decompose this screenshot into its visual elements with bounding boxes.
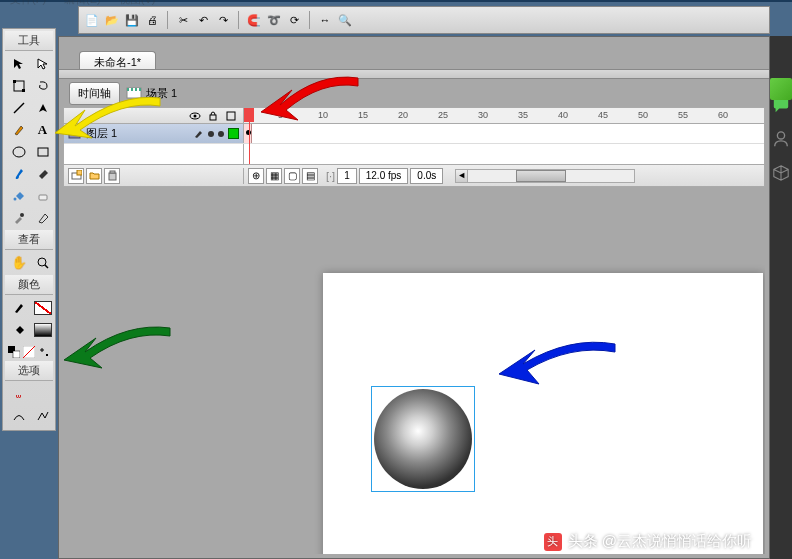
canvas-viewport[interactable] [63,193,765,554]
subselect-tool-icon[interactable] [31,53,54,74]
lock-header-icon[interactable] [207,110,219,122]
eyedropper-icon[interactable] [7,207,30,228]
scene-label: 场景 1 [146,86,177,101]
watermark: 头 头条 @云杰说悄悄话给你听 [544,532,752,551]
fps-display: 12.0 fps [359,168,409,184]
svg-rect-19 [137,88,139,91]
options-title: 选项 [5,361,53,381]
rectangle-tool-icon[interactable] [31,141,54,162]
swap-colors-icon[interactable] [37,344,51,359]
stage[interactable] [323,273,763,554]
cut-icon[interactable]: ✂ [174,11,192,29]
svg-rect-27 [77,170,82,175]
fill-color-icon[interactable] [7,319,30,340]
option-2-icon[interactable] [31,383,54,404]
svg-rect-23 [227,112,235,120]
fill-swatch[interactable] [31,319,54,340]
svg-rect-22 [210,115,216,120]
print-icon[interactable]: 🖨 [143,11,161,29]
svg-rect-12 [13,351,20,358]
new-folder-icon[interactable] [86,168,102,184]
svg-point-9 [38,258,46,266]
layer-pencil-icon [194,129,204,139]
frames-area[interactable] [244,124,764,143]
svg-point-4 [13,147,25,157]
svg-point-30 [777,132,784,139]
right-dock [770,36,792,559]
timeline-scrollbar[interactable]: ◄ [455,169,635,183]
svg-point-6 [13,197,16,200]
main-toolbar: 📄 📂 💾 🖨 ✂ ↶ ↷ 🧲 ➰ ⟳ ↔ 🔍 [78,6,770,34]
zoom-icon[interactable]: 🔍 [336,11,354,29]
rotate-icon[interactable]: ⟳ [285,11,303,29]
edit-multi-icon[interactable]: ▤ [302,168,318,184]
svg-point-21 [194,114,197,117]
stroke-swatch[interactable] [31,297,54,318]
default-colors-icon[interactable] [7,344,21,359]
scene-selector[interactable]: 场景 1 [126,86,177,101]
watermark-logo-icon: 头 [544,533,562,551]
layer-lock-dot[interactable] [218,131,224,137]
hand-tool-icon[interactable]: ✋ [7,252,30,273]
open-icon[interactable]: 📂 [103,11,121,29]
pencil-tool-icon[interactable] [7,119,30,140]
time-display: 0.0s [410,168,443,184]
user-icon[interactable] [772,130,790,148]
cube-icon[interactable] [772,164,790,182]
new-doc-icon[interactable]: 📄 [83,11,101,29]
save-icon[interactable]: 💾 [123,11,141,29]
ink-tool-icon[interactable] [31,163,54,184]
svg-rect-1 [13,80,16,83]
visibility-icon[interactable] [189,110,201,122]
svg-rect-29 [110,171,115,173]
onion-outline-icon[interactable]: ▢ [284,168,300,184]
tools-panel: 工具 A 查看 ✋ 颜色 选项 ⩊ [2,28,56,431]
pen-tool-icon[interactable] [31,97,54,118]
no-color-icon[interactable] [22,344,36,359]
paint-bucket-icon[interactable] [7,185,30,206]
view-title: 查看 [5,230,53,250]
brush-tool-icon[interactable] [7,163,30,184]
align-icon[interactable]: ↔ [316,11,334,29]
ink-bottle-icon[interactable] [31,207,54,228]
snap-icon[interactable]: 🧲 [245,11,263,29]
svg-rect-18 [133,88,135,91]
line-tool-icon[interactable] [7,97,30,118]
zoom-tool-icon[interactable] [31,252,54,273]
smooth-icon[interactable]: ➰ [265,11,283,29]
current-frame: 1 [337,168,357,184]
layer-row[interactable]: 图层 1 [64,124,764,144]
eraser-tool-icon[interactable] [31,185,54,206]
layer-vis-dot[interactable] [208,131,214,137]
oval-tool-icon[interactable] [7,141,30,162]
delete-layer-icon[interactable] [104,168,120,184]
magnet-option-icon[interactable]: ⩊ [7,383,30,404]
timeline-button[interactable]: 时间轴 [69,82,120,105]
text-tool-icon[interactable]: A [31,119,54,140]
svg-rect-25 [69,130,80,132]
timeline-panel: 1 5 10 15 20 25 30 35 40 45 50 55 60 图层 … [63,107,765,187]
lasso-tool-icon[interactable] [31,75,54,96]
avatar-icon[interactable] [770,78,792,100]
straighten-option-icon[interactable] [31,405,54,426]
layer-icon [68,127,82,141]
svg-rect-2 [22,89,25,92]
center-frame-icon[interactable]: ⊕ [248,168,264,184]
layer-outline-box[interactable] [228,128,239,139]
svg-line-10 [45,265,48,268]
stroke-color-icon[interactable] [7,297,30,318]
selection-tool-icon[interactable] [7,53,30,74]
timeline-ruler[interactable]: 1 5 10 15 20 25 30 35 40 45 50 55 60 [244,108,764,123]
svg-rect-17 [129,88,131,91]
redo-icon[interactable]: ↷ [214,11,232,29]
scene-icon [126,86,142,100]
undo-icon[interactable]: ↶ [194,11,212,29]
color-title: 颜色 [5,275,53,295]
outline-icon[interactable] [225,110,237,122]
free-transform-icon[interactable] [7,75,30,96]
tools-title: 工具 [5,31,53,51]
document-area: 未命名-1* 时间轴 场景 1 1 5 10 15 20 25 30 35 [58,36,770,559]
smooth-option-icon[interactable] [7,405,30,426]
onion-skin-icon[interactable]: ▦ [266,168,282,184]
new-layer-icon[interactable] [68,168,84,184]
